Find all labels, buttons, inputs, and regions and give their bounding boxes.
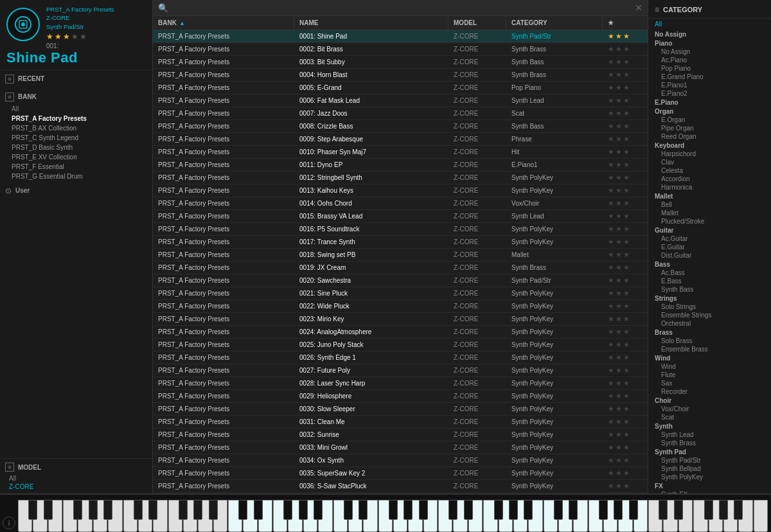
cat-sub-2-2[interactable]: Reed Organ: [655, 132, 765, 141]
table-row[interactable]: PRST_A Factory Presets0024: AnalogAtmosp…: [153, 326, 648, 339]
table-row[interactable]: PRST_A Factory Presets0010: Phaser Syn M…: [153, 146, 648, 159]
black-key-0-1[interactable]: [44, 500, 53, 520]
cat-sub-8-1[interactable]: Ensemble Brass: [655, 345, 765, 353]
cat-main-0[interactable]: Piano: [655, 39, 765, 48]
black-key-5-1[interactable]: [569, 500, 578, 520]
star-cell-1[interactable]: ★: [616, 225, 622, 233]
cell-stars[interactable]: ★★★: [603, 274, 648, 287]
cat-main-8[interactable]: Brass: [655, 328, 765, 337]
star-cell-2[interactable]: ★: [623, 71, 630, 79]
cell-stars[interactable]: ★★★: [603, 300, 648, 312]
star-cell-1[interactable]: ★: [616, 289, 622, 297]
black-key-6-0[interactable]: [659, 500, 668, 520]
model-item-zcore[interactable]: Z-CORE: [5, 483, 147, 491]
black-key-4-1[interactable]: [464, 500, 473, 520]
star-cell-0[interactable]: ★: [608, 366, 614, 375]
table-row[interactable]: PRST_A Factory Presets0036: S-Saw StacPl…: [153, 480, 648, 493]
table-row[interactable]: PRST_A Factory Presets0025: Juno Poly St…: [153, 339, 648, 351]
col-name[interactable]: NAME: [294, 16, 448, 30]
star-cell-1[interactable]: ★: [616, 328, 622, 336]
cat-sub-3-1[interactable]: Clav: [655, 158, 765, 166]
cell-stars[interactable]: ★★★: [603, 43, 648, 55]
table-row[interactable]: PRST_A Factory Presets0015: Brassy VA Le…: [153, 210, 648, 223]
cat-main-12[interactable]: Synth Pad: [655, 447, 765, 456]
star-cell-0[interactable]: ★: [608, 456, 614, 465]
bank-item-prst-e[interactable]: PRST_E XV Collection: [8, 152, 147, 162]
bank-item-prst-f[interactable]: PRST_F Essential: [8, 162, 147, 172]
black-key-4-4[interactable]: [524, 500, 533, 520]
star-cell-1[interactable]: ★: [616, 122, 622, 130]
star-cell-0[interactable]: ★: [608, 186, 614, 195]
table-row[interactable]: PRST_A Factory Presets0011: Dyno EPZ-COR…: [153, 159, 648, 172]
table-row[interactable]: PRST_A Factory Presets0031: Clean MeZ-CO…: [153, 416, 648, 429]
star-cell-1[interactable]: ★: [616, 263, 622, 272]
table-row[interactable]: PRST_A Factory Presets0014: Oohs ChordZ-…: [153, 197, 648, 210]
cat-main-9[interactable]: Wind: [655, 353, 765, 362]
cat-sub-9-1[interactable]: Flute: [655, 371, 765, 379]
cat-main-noassign[interactable]: No Assign: [655, 30, 765, 39]
cell-stars[interactable]: ★★★: [603, 146, 648, 158]
star-cell-1[interactable]: ★: [616, 135, 622, 143]
star-cell-0[interactable]: ★: [608, 32, 614, 40]
star-cell-1[interactable]: ★: [616, 45, 622, 53]
cat-sub-3-4[interactable]: Harmonica: [655, 183, 765, 191]
table-row[interactable]: PRST_A Factory Presets0008: Crizzle Bass…: [153, 120, 648, 133]
cat-sub-0-3[interactable]: E.Grand Piano: [655, 73, 765, 81]
star-cell-1[interactable]: ★: [616, 353, 622, 362]
star-cell-0[interactable]: ★: [608, 379, 614, 387]
star-cell-2[interactable]: ★: [623, 289, 630, 297]
cell-stars[interactable]: ★★★: [603, 210, 648, 222]
bank-item-prst-b[interactable]: PRST_B AX Collection: [8, 123, 147, 133]
black-key-1-2[interactable]: [179, 500, 188, 520]
cell-stars[interactable]: ★★★: [603, 480, 648, 492]
cat-sub-9-2[interactable]: Sax: [655, 379, 765, 387]
star-cell-0[interactable]: ★: [608, 96, 614, 105]
black-key-5-3[interactable]: [614, 500, 623, 520]
cat-sub-3-0[interactable]: Harpsichord: [655, 150, 765, 158]
black-key-5-4[interactable]: [629, 500, 638, 520]
star-cell-1[interactable]: ★: [616, 212, 622, 220]
star-cell-2[interactable]: ★: [623, 109, 630, 118]
star-cell-2[interactable]: ★: [623, 405, 630, 413]
star-cell-2[interactable]: ★: [623, 251, 630, 259]
star-cell-1[interactable]: ★: [616, 276, 622, 285]
cell-stars[interactable]: ★★★: [603, 184, 648, 197]
table-row[interactable]: PRST_A Factory Presets0033: Mini GrowlZ-…: [153, 441, 648, 454]
table-row[interactable]: PRST_A Factory Presets0026: Synth Edge 1…: [153, 351, 648, 364]
star-cell-1[interactable]: ★: [616, 186, 622, 195]
star-cell-2[interactable]: ★: [623, 341, 630, 349]
star-cell-2[interactable]: ★: [623, 443, 630, 452]
table-row[interactable]: PRST_A Factory Presets0027: Future PolyZ…: [153, 364, 648, 377]
star-cell-2[interactable]: ★: [623, 122, 630, 130]
star-cell-1[interactable]: ★: [616, 109, 622, 118]
star-cell-2[interactable]: ★: [623, 263, 630, 272]
star-cell-2[interactable]: ★: [623, 173, 630, 182]
preset-stars[interactable]: ★ ★ ★ ★ ★: [46, 32, 146, 41]
table-row[interactable]: PRST_A Factory Presets0023: Mirio KeyZ-C…: [153, 313, 648, 326]
cat-sub-7-0[interactable]: Solo Strings: [655, 303, 765, 311]
cat-sub-12-2[interactable]: Synth PolyKey: [655, 473, 765, 481]
black-key-1-3[interactable]: [193, 500, 202, 520]
user-section[interactable]: ⊙ User: [0, 184, 152, 198]
star-cell-0[interactable]: ★: [608, 84, 614, 92]
black-key-6-2[interactable]: [704, 500, 713, 520]
star-cell-2[interactable]: ★: [623, 276, 630, 285]
star-cell-1[interactable]: ★: [616, 366, 622, 375]
star-cell-2[interactable]: ★: [623, 392, 630, 400]
cell-stars[interactable]: ★★★: [603, 467, 648, 479]
cell-stars[interactable]: ★★★: [603, 69, 648, 81]
star-cell-0[interactable]: ★: [608, 353, 614, 362]
star-cell-0[interactable]: ★: [608, 443, 614, 452]
table-row[interactable]: PRST_A Factory Presets0021: Sine PluckZ-…: [153, 287, 648, 300]
black-key-3-3[interactable]: [403, 500, 412, 520]
star-cell-0[interactable]: ★: [608, 405, 614, 413]
star-cell-1[interactable]: ★: [616, 302, 622, 310]
clear-search-icon[interactable]: ✕: [635, 3, 642, 13]
table-row[interactable]: PRST_A Factory Presets0029: HeliosphereZ…: [153, 390, 648, 403]
star-cell-0[interactable]: ★: [608, 135, 614, 143]
star-cell-2[interactable]: ★: [623, 225, 630, 233]
star-cell-1[interactable]: ★: [616, 199, 622, 208]
star-cell-2[interactable]: ★: [623, 469, 630, 477]
star-cell-2[interactable]: ★: [623, 430, 630, 439]
black-key-3-0[interactable]: [344, 500, 353, 520]
